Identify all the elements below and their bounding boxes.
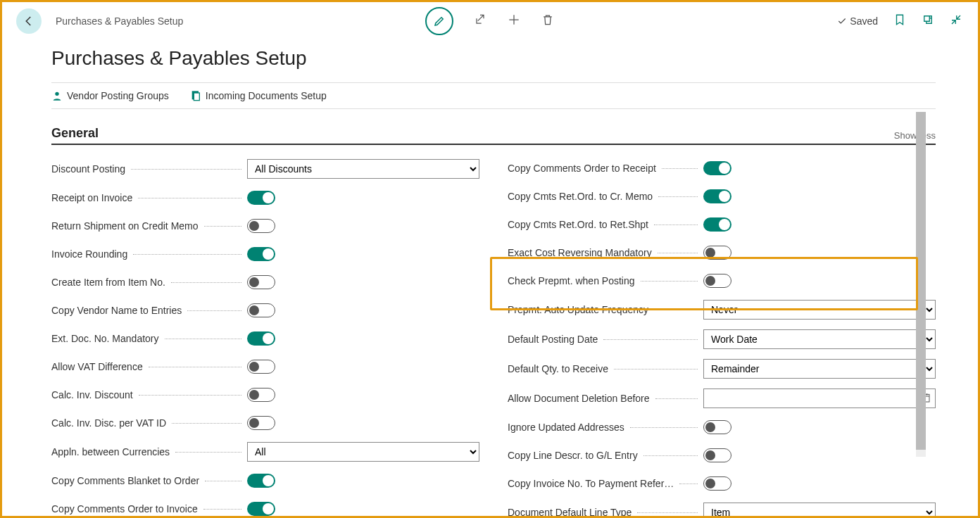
link-label: Vendor Posting Groups: [67, 90, 169, 101]
dots: [175, 452, 241, 453]
dots: [203, 509, 241, 510]
field-allow-doc-deletion: Allow Document Deletion Before: [508, 388, 936, 408]
receipt-on-invoice-toggle[interactable]: [247, 191, 275, 205]
prepmt-auto-update-select[interactable]: Never: [703, 300, 936, 320]
add-icon[interactable]: [507, 13, 521, 30]
field-label: Copy Cmts Ret.Ord. to Ret.Shpt: [508, 219, 648, 230]
dots: [205, 481, 241, 481]
discount-posting-select[interactable]: All Discounts: [247, 159, 479, 179]
field-exact-cost-reversing: Exact Cost Reversing Mandatory: [508, 244, 936, 262]
svg-point-0: [55, 92, 58, 96]
field-receipt-on-invoice: Receipt on Invoice: [51, 189, 479, 207]
left-column: Discount Posting All Discounts Receipt o…: [51, 159, 479, 516]
dots: [603, 339, 698, 340]
bookmark-icon[interactable]: [893, 13, 906, 29]
field-invoice-rounding: Invoice Rounding: [51, 245, 479, 263]
default-qty-receive-select[interactable]: Remainder: [703, 359, 936, 379]
field-copy-invoice-no: Copy Invoice No. To Payment Refer…: [508, 474, 936, 493]
delete-icon[interactable]: [541, 13, 555, 30]
allow-vat-diff-toggle[interactable]: [247, 360, 275, 374]
field-label: Create Item from Item No.: [51, 277, 165, 288]
field-check-prepmt: Check Prepmt. when Posting: [508, 272, 936, 290]
field-label: Copy Comments Order to Invoice: [51, 503, 198, 514]
allow-doc-deletion-input[interactable]: [703, 388, 936, 408]
dots: [614, 369, 698, 369]
dots: [641, 281, 698, 282]
field-copy-cmts-ret-credit: Copy Cmts Ret.Ord. to Cr. Memo: [508, 187, 936, 206]
back-button[interactable]: [16, 8, 42, 34]
exact-cost-reversing-toggle[interactable]: [703, 246, 731, 260]
create-item-from-no-toggle[interactable]: [247, 275, 275, 289]
field-label: Discount Posting: [51, 163, 125, 175]
field-ignore-updated-addr: Ignore Updated Addresses: [508, 418, 936, 436]
field-label: Default Qty. to Receive: [508, 363, 608, 374]
copy-comments-blanket-toggle[interactable]: [247, 474, 275, 488]
field-label: Appln. between Currencies: [51, 446, 170, 457]
dots: [654, 225, 698, 225]
show-less-link[interactable]: Show less: [894, 130, 936, 141]
dots: [149, 367, 241, 367]
incoming-docs-setup-link[interactable]: Incoming Documents Setup: [190, 90, 327, 101]
field-label: Receipt on Invoice: [51, 192, 132, 203]
field-discount-posting: Discount Posting All Discounts: [51, 159, 479, 179]
saved-status-text: Saved: [850, 15, 878, 27]
calc-inv-disc-vat-toggle[interactable]: [247, 416, 275, 430]
invoice-rounding-toggle[interactable]: [247, 247, 275, 261]
link-label: Incoming Documents Setup: [206, 90, 327, 101]
appln-currencies-select[interactable]: All: [247, 442, 479, 462]
dots: [654, 310, 698, 310]
dots: [171, 282, 241, 283]
copy-comments-order-invoice-toggle[interactable]: [247, 502, 275, 516]
field-calc-inv-discount: Calc. Inv. Discount: [51, 386, 479, 404]
page-title: Purchases & Payables Setup: [51, 47, 936, 70]
dots: [655, 398, 698, 399]
scrollbar[interactable]: [916, 112, 926, 457]
scrollbar-thumb[interactable]: [916, 112, 926, 450]
field-label: Exact Cost Reversing Mandatory: [508, 247, 652, 258]
field-label: Copy Comments Blanket to Order: [51, 475, 199, 486]
copy-line-descr-toggle[interactable]: [703, 448, 731, 462]
field-label: Copy Invoice No. To Payment Refer…: [508, 478, 674, 489]
field-copy-comments-order-receipt: Copy Comments Order to Receipt: [508, 159, 936, 177]
copy-cmts-ret-shpt-toggle[interactable]: [703, 217, 731, 232]
doc-default-line-type-select[interactable]: Item: [703, 503, 936, 516]
field-label: Calc. Inv. Discount: [51, 389, 133, 400]
field-copy-comments-order-invoice: Copy Comments Order to Invoice: [51, 500, 479, 516]
field-label: Default Posting Date: [508, 334, 598, 345]
copy-vendor-name-toggle[interactable]: [247, 303, 275, 317]
dots: [643, 455, 698, 456]
ext-doc-no-toggle[interactable]: [247, 331, 275, 346]
field-label: Copy Cmts Ret.Ord. to Cr. Memo: [508, 191, 653, 202]
copy-cmts-ret-credit-toggle[interactable]: [703, 189, 731, 203]
collapse-icon[interactable]: [950, 13, 962, 29]
field-label: Calc. Inv. Disc. per VAT ID: [51, 417, 166, 429]
copy-invoice-no-toggle[interactable]: [703, 476, 731, 491]
field-copy-vendor-name: Copy Vendor Name to Entries: [51, 301, 479, 320]
topbar: Purchases & Payables Setup Saved: [2, 2, 978, 40]
calc-inv-discount-toggle[interactable]: [247, 388, 275, 402]
section-title: General: [51, 126, 99, 141]
copy-comments-order-receipt-toggle[interactable]: [703, 161, 731, 175]
right-column: Copy Comments Order to Receipt Copy Cmts…: [508, 159, 936, 516]
field-label: Copy Line Descr. to G/L Entry: [508, 450, 638, 461]
saved-status: Saved: [837, 15, 878, 27]
svg-rect-2: [194, 93, 199, 101]
field-default-posting-date: Default Posting Date Work Date: [508, 329, 936, 349]
field-label: Ext. Doc. No. Mandatory: [51, 333, 159, 344]
dots: [133, 254, 241, 255]
field-return-shipment-credit: Return Shipment on Credit Memo: [51, 217, 479, 235]
field-label: Allow VAT Difference: [51, 361, 143, 372]
field-label: Return Shipment on Credit Memo: [51, 220, 199, 232]
check-prepmt-toggle[interactable]: [703, 274, 731, 288]
ignore-updated-addr-toggle[interactable]: [703, 420, 731, 434]
edit-button[interactable]: [425, 7, 453, 35]
popout-icon[interactable]: [922, 13, 934, 29]
dots: [662, 168, 698, 169]
share-icon[interactable]: [473, 13, 487, 30]
return-shipment-credit-toggle[interactable]: [247, 219, 275, 233]
vendor-posting-groups-link[interactable]: Vendor Posting Groups: [51, 90, 169, 101]
default-posting-date-select[interactable]: Work Date: [703, 329, 936, 349]
section-header-general: General Show less: [51, 126, 936, 145]
dots: [658, 196, 698, 197]
field-ext-doc-no: Ext. Doc. No. Mandatory: [51, 329, 479, 348]
